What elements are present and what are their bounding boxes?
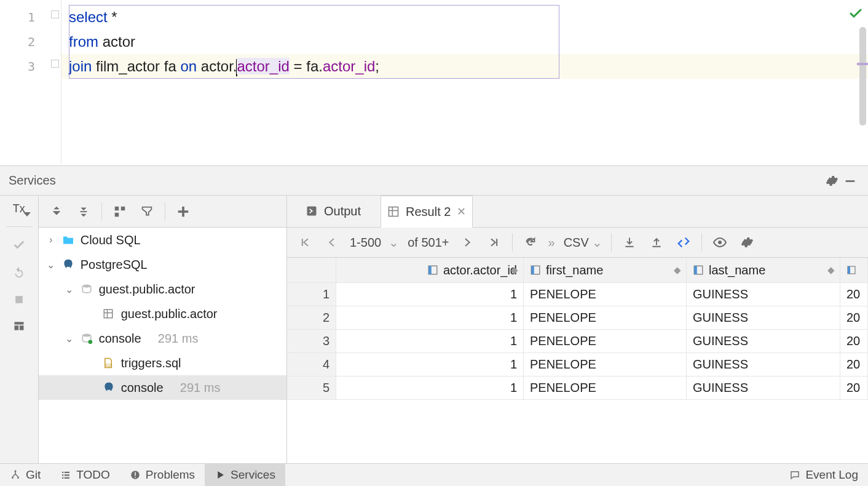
more-icon[interactable]: »	[548, 236, 555, 250]
expand-all-icon[interactable]	[47, 202, 66, 221]
first-page-icon[interactable]	[296, 233, 314, 252]
inspection-ok-icon[interactable]	[848, 6, 863, 23]
cell[interactable]: PENELOPE	[524, 353, 687, 376]
tree-node-sqlfile[interactable]: SQL triggers.sql	[39, 351, 286, 375]
svg-rect-9	[114, 212, 118, 216]
cell[interactable]: 1	[336, 353, 524, 376]
cell[interactable]: 20	[840, 376, 868, 399]
cell[interactable]: 1	[336, 283, 524, 306]
tree-node-console[interactable]: console 291 ms	[39, 375, 286, 400]
next-page-icon[interactable]	[458, 233, 476, 252]
svg-marker-44	[218, 471, 224, 479]
cell[interactable]: GUINESS	[687, 306, 840, 329]
settings-icon[interactable]	[738, 233, 756, 252]
cell[interactable]: 1	[336, 306, 524, 329]
last-page-icon[interactable]	[485, 233, 503, 252]
tree-node-table[interactable]: guest.public.actor	[39, 301, 286, 326]
cell[interactable]: PENELOPE	[524, 330, 687, 353]
sort-icon[interactable]: ◆	[511, 265, 518, 276]
code-text: actor	[98, 33, 135, 50]
view-icon[interactable]	[711, 233, 729, 252]
cell[interactable]: PENELOPE	[524, 306, 687, 329]
tree-node-datasource[interactable]: ⌄ guest.public.actor	[39, 277, 286, 301]
cell[interactable]: PENELOPE	[524, 376, 687, 399]
cell[interactable]: GUINESS	[687, 283, 840, 306]
tree-node-cloudsql[interactable]: › Cloud SQL	[39, 228, 286, 252]
group-icon[interactable]	[111, 202, 129, 221]
cell[interactable]: 20	[840, 283, 868, 306]
tool-problems[interactable]: Problems	[120, 464, 205, 486]
gear-icon[interactable]	[823, 172, 841, 190]
import-icon[interactable]	[647, 233, 666, 252]
stop-icon[interactable]	[13, 293, 25, 309]
cell[interactable]: 1	[336, 376, 524, 399]
keyword: select	[69, 9, 108, 25]
cell[interactable]: PENELOPE	[524, 283, 687, 306]
results-toolbar: 1-500 ⌄ of 501+ » CSV ⌄	[287, 228, 868, 258]
tool-todo[interactable]: TODO	[50, 464, 120, 486]
compare-icon[interactable]	[674, 233, 693, 252]
tree-node-postgresql[interactable]: ⌄ PostgreSQL	[39, 252, 286, 277]
cell[interactable]: 20	[840, 353, 868, 376]
column-header[interactable]: actor.actor_id	[443, 263, 517, 277]
tab-result[interactable]: Result 2 ✕	[381, 196, 473, 228]
table-row[interactable]: 51PENELOPEGUINESS20	[287, 376, 868, 400]
table-row[interactable]: 31PENELOPEGUINESS20	[287, 330, 868, 353]
services-tree-panel: › Cloud SQL ⌄ PostgreSQL ⌄ guest.public.…	[39, 196, 287, 463]
svg-rect-20	[389, 207, 398, 217]
cell[interactable]: GUINESS	[687, 330, 840, 353]
export-icon[interactable]	[620, 233, 639, 252]
cell[interactable]: GUINESS	[687, 353, 840, 376]
code-text: film_actor fa	[92, 58, 180, 74]
svg-rect-2	[14, 322, 23, 324]
tab-output[interactable]: Output	[299, 195, 367, 227]
svg-rect-13	[104, 309, 112, 318]
page-range[interactable]: 1-500 ⌄	[350, 235, 399, 250]
rollback-icon[interactable]	[12, 266, 26, 282]
close-tab-icon[interactable]: ✕	[457, 205, 466, 218]
collapse-all-icon[interactable]	[74, 202, 93, 221]
keyword: on	[180, 58, 197, 74]
commit-icon[interactable]	[12, 238, 26, 255]
services-tree[interactable]: › Cloud SQL ⌄ PostgreSQL ⌄ guest.public.…	[39, 228, 286, 463]
minimize-icon[interactable]	[841, 172, 859, 190]
tree-node-console-group[interactable]: ⌄ console 291 ms	[39, 326, 286, 351]
svg-rect-35	[62, 472, 63, 473]
tool-git[interactable]: Git	[0, 464, 50, 486]
fold-toggle-icon[interactable]	[51, 60, 59, 68]
row-number: 1	[287, 283, 336, 306]
svg-rect-43	[135, 477, 136, 478]
table-row[interactable]: 41PENELOPEGUINESS20	[287, 353, 868, 376]
row-number: 3	[287, 330, 336, 353]
column-header[interactable]: last_name	[709, 263, 765, 277]
svg-rect-39	[62, 477, 63, 479]
layout-icon[interactable]	[13, 320, 25, 335]
fold-toggle-icon[interactable]	[51, 10, 59, 18]
tx-mode-button[interactable]: Tx	[13, 202, 25, 215]
column-header[interactable]: first_name	[546, 263, 603, 277]
reload-icon[interactable]	[521, 233, 540, 252]
sort-icon[interactable]: ◆	[674, 265, 681, 276]
cell[interactable]: GUINESS	[687, 376, 840, 399]
cell[interactable]: 20	[840, 306, 868, 329]
code-editor[interactable]: 1 2 3 select * from actor join film_acto…	[0, 0, 868, 166]
vertical-scrollbar[interactable]	[859, 27, 866, 125]
svg-rect-25	[428, 266, 432, 274]
table-row[interactable]: 21PENELOPEGUINESS20	[287, 306, 868, 330]
row-number: 4	[287, 353, 336, 376]
extractor-dropdown[interactable]: CSV ⌄	[564, 235, 603, 250]
sort-icon[interactable]: ◆	[827, 265, 835, 276]
cell[interactable]: 20	[840, 330, 868, 353]
result-grid[interactable]: actor.actor_id◆ first_name◆ last_name◆ 1…	[287, 258, 868, 463]
code-area[interactable]: select * from actor join film_actor fa o…	[61, 0, 868, 165]
tool-services[interactable]: Services	[205, 464, 285, 486]
table-row[interactable]: 11PENELOPEGUINESS20	[287, 283, 868, 306]
svg-rect-1	[15, 296, 23, 303]
prev-page-icon[interactable]	[323, 233, 341, 252]
cell[interactable]: 1	[336, 330, 524, 353]
svg-point-17	[88, 340, 92, 345]
add-icon[interactable]	[174, 202, 192, 221]
code-text: ;	[375, 58, 379, 74]
tool-eventlog[interactable]: Event Log	[779, 464, 868, 486]
filter-icon[interactable]	[138, 202, 156, 221]
